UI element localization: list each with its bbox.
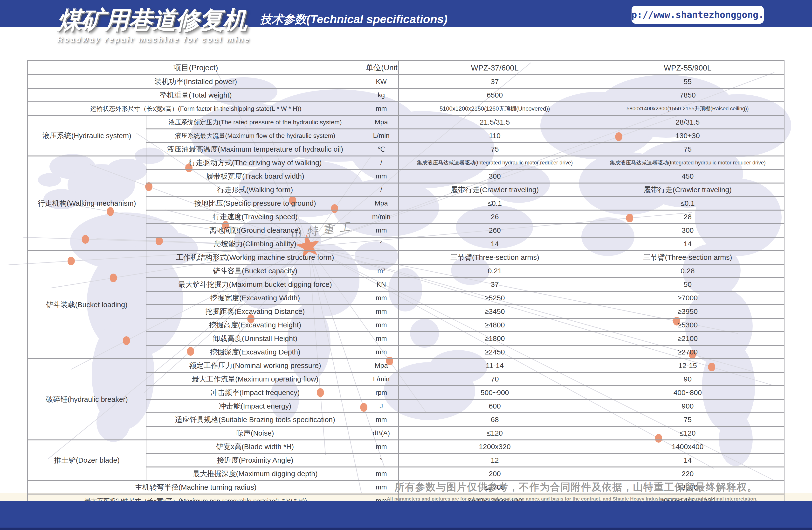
value-model2-cell: 900 [591, 399, 784, 413]
group-label-cell: 行走机构(Walking mechanism) [28, 156, 146, 251]
group-label-cell: 液压系统(Hydraulic system) [28, 115, 146, 156]
value-model2-cell: 75 [591, 413, 784, 427]
value-model1-cell: 集成液压马达减速器驱动(Integrated hydraulic motor r… [398, 156, 591, 169]
unit-cell: mm [364, 345, 398, 359]
value-model2-cell: 50 [591, 278, 784, 291]
value-model2-cell: ≤120 [591, 427, 784, 440]
unit-cell: / [364, 156, 398, 169]
unit-cell: / [364, 183, 398, 197]
row-label-cell: 接地比压(Specific pressure to ground) [146, 197, 364, 210]
unit-cell: mm [364, 318, 398, 332]
value-model2-cell: ≤0.1 [591, 197, 784, 210]
value-model1-cell: 110 [398, 129, 591, 142]
value-model1-cell: ≥2450 [398, 345, 591, 359]
row-label-cell: 额定工作压力(Nominal working pressure) [146, 359, 364, 372]
value-model1-cell: 300 [398, 169, 591, 183]
table-row: 装机功率(Installed power)KW3755 [28, 75, 784, 88]
row-label-cell: 离地间隙(Ground clearance) [146, 224, 364, 237]
table-row: 行走机构(Walking mechanism)行走驱动方式(The drivin… [28, 156, 784, 169]
value-model1-cell: 14 [398, 237, 591, 251]
row-label-cell: 装机功率(Installed power) [28, 75, 364, 88]
unit-cell: m³ [364, 264, 398, 278]
value-model1-cell: 12 [398, 454, 591, 467]
unit-cell: L/min [364, 372, 398, 386]
website-url[interactable]: Http://www.shantezhonggong.com [615, 10, 780, 20]
value-model1-cell: ≤0.1 [398, 197, 591, 210]
value-model2-cell: 450 [591, 169, 784, 183]
unit-cell: ℃ [364, 142, 398, 156]
row-label-cell: 履带板宽度(Track board width) [146, 169, 364, 183]
table-row: 运输状态外形尺寸（长x宽x高）(Form factor in the shipp… [28, 102, 784, 115]
table-row: 液压系统(Hydraulic system)液压系统额定压力(The rated… [28, 115, 784, 129]
value-model2-cell: 0.28 [591, 264, 784, 278]
disclaimer-zh: 所有参数与图片仅供参考，不作为合同附件及依据，山特重工保留最终解释权。 [387, 480, 757, 494]
page: 山特重工 煤矿用巷道修复机 Roadway repair machine for… [0, 0, 812, 530]
row-label-cell: 卸载高度(Uninstall Height) [146, 332, 364, 345]
value-model2-cell: 14 [591, 454, 784, 467]
value-model1-cell: 75 [398, 142, 591, 156]
row-label-cell: 液压系统最大流量(Maximum flow of the hydraulic s… [146, 129, 364, 142]
page-subtitle: Roadway repair machine for coal mine [57, 35, 251, 44]
value-model1-cell: 26 [398, 210, 591, 224]
unit-cell: kg [364, 88, 398, 102]
value-model2-cell: 7850 [591, 88, 784, 102]
unit-cell: Mpa [364, 359, 398, 372]
unit-cell: mm [364, 224, 398, 237]
value-model2-cell: ≥2700 [591, 345, 784, 359]
row-label-cell: 最大铲斗挖掘力(Maximum bucket digging force) [146, 278, 364, 291]
header-model-2: WPZ-55/900L [591, 61, 784, 75]
unit-cell: mm [364, 467, 398, 480]
header-project: 项目(Project) [28, 61, 364, 75]
value-model2-cell: 90 [591, 372, 784, 386]
row-label-cell: 运输状态外形尺寸（长x宽x高）(Form factor in the shipp… [28, 102, 364, 115]
value-model1-cell: 37 [398, 278, 591, 291]
row-label-cell: 挖掘深度(Excavating Depth) [146, 345, 364, 359]
value-model2-cell: 1400x400 [591, 440, 784, 454]
value-model1-cell: 1200x320 [398, 440, 591, 454]
row-label-cell: 液压油最高温度(Maximum temperature of hydraulic… [146, 142, 364, 156]
row-label-cell: 挖掘距离(Excavating Distance) [146, 305, 364, 318]
table-row: 推土铲(Dozer blade)铲宽x高(Blade width *H)mm12… [28, 440, 784, 454]
value-model2-cell: 400~800 [591, 386, 784, 399]
value-model2-cell: 55 [591, 75, 784, 88]
table-row: 整机重量(Total weight)kg65007850 [28, 88, 784, 102]
row-label-cell: 接近度(Proximity Angle) [146, 454, 364, 467]
row-label-cell: 铲斗容量(Bucket capacity) [146, 264, 364, 278]
group-label-cell: 破碎锤(hydraulic breaker) [28, 359, 146, 440]
value-model2-cell: 14 [591, 237, 784, 251]
value-model1-cell: 600 [398, 399, 591, 413]
row-label-cell: 挖掘宽度(Excavating Width) [146, 291, 364, 305]
row-label-cell: 工作机结构形式(Working machine structure form) [146, 251, 364, 264]
unit-cell: Mpa [364, 197, 398, 210]
row-label-cell: 冲击能(Impact energy) [146, 399, 364, 413]
unit-cell: mm [364, 413, 398, 427]
row-label-cell: 整机重量(Total weight) [28, 88, 364, 102]
value-model2-cell: ≥5300 [591, 318, 784, 332]
unit-cell [364, 251, 398, 264]
group-label-cell: 铲斗装载(Bucket loading) [28, 251, 146, 359]
value-model2-cell: 5800x1400x2300(1550-2155升顶棚(Raised ceili… [591, 102, 784, 115]
spec-table: 项目(Project) 单位(Unit) WPZ-37/600L WPZ-55/… [27, 60, 784, 508]
unit-cell: rpm [364, 386, 398, 399]
disclaimer-en: All parameters and pictures are for refe… [387, 496, 757, 502]
website-badge[interactable]: Http://www.shantezhonggong.com [632, 6, 764, 24]
value-model2-cell: ≥7000 [591, 291, 784, 305]
value-model1-cell: ≥3450 [398, 305, 591, 318]
value-model2-cell: ≥3950 [591, 305, 784, 318]
table-row: 破碎锤(hydraulic breaker)额定工作压力(Nominal wor… [28, 359, 784, 372]
value-model2-cell: 130+30 [591, 129, 784, 142]
table-header-row: 项目(Project) 单位(Unit) WPZ-37/600L WPZ-55/… [28, 61, 784, 75]
row-label-cell: 适应钎具规格(Suitable Brazing tools specificat… [146, 413, 364, 427]
unit-cell: KW [364, 75, 398, 88]
row-label-cell: 铲宽x高(Blade width *H) [146, 440, 364, 454]
group-label-cell: 推土铲(Dozer blade) [28, 440, 146, 480]
value-model1-cell: 6500 [398, 88, 591, 102]
unit-cell: KN [364, 278, 398, 291]
row-label-cell: 行走驱动方式(The driving way of walking) [146, 156, 364, 169]
brand-block: 煤矿用巷道修复机 Roadway repair machine for coal… [57, 8, 251, 44]
value-model2-cell: 三节臂(Three-section arms) [591, 251, 784, 264]
row-label-cell: 主机转弯半径(Machine turning radius) [28, 480, 364, 494]
row-label-cell: 最大推掘深度(Maximum digging depth) [146, 467, 364, 480]
unit-cell: L/min [364, 129, 398, 142]
header-model-1: WPZ-37/600L [398, 61, 591, 75]
